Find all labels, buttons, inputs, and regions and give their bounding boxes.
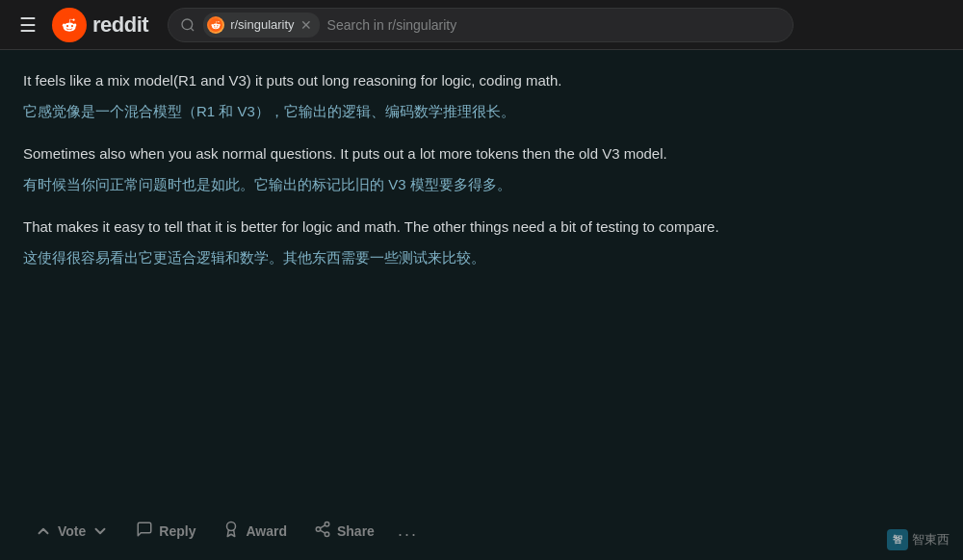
paragraph-1-english: It feels like a mix model(R1 and V3) it … <box>23 69 940 92</box>
svg-point-1 <box>182 19 193 30</box>
downvote-icon <box>91 522 109 540</box>
subreddit-avatar <box>207 16 224 34</box>
share-icon <box>314 521 331 541</box>
reply-label: Reply <box>159 523 195 539</box>
action-bar: Vote Reply Award <box>23 503 940 560</box>
paragraph-3: That makes it easy to tell that it is be… <box>23 216 940 269</box>
reply-icon <box>136 521 153 541</box>
vote-label: Vote <box>58 523 86 539</box>
share-label: Share <box>337 523 375 539</box>
subreddit-name-label: r/singularity <box>230 17 294 32</box>
paragraph-1-chinese: 它感觉像是一个混合模型（R1 和 V3），它输出的逻辑、编码数学推理很长。 <box>23 100 940 123</box>
navbar: ☰ reddit r/singularity ✕ <box>0 0 963 50</box>
paragraph-3-chinese: 这使得很容易看出它更适合逻辑和数学。其他东西需要一些测试来比较。 <box>23 246 940 269</box>
paragraph-2-chinese: 有时候当你问正常问题时也是如此。它输出的标记比旧的 V3 模型要多得多。 <box>23 173 940 196</box>
vote-button[interactable]: Vote <box>23 517 120 546</box>
search-input-placeholder: Search in r/singularity <box>327 17 782 33</box>
watermark-logo-icon: 智 <box>887 529 908 550</box>
hamburger-menu-icon[interactable]: ☰ <box>15 10 40 40</box>
search-bar[interactable]: r/singularity ✕ Search in r/singularity <box>168 8 794 42</box>
paragraph-2-english: Sometimes also when you ask normal quest… <box>23 142 940 165</box>
paragraph-1: It feels like a mix model(R1 and V3) it … <box>23 69 940 123</box>
reddit-logo[interactable]: reddit <box>52 8 148 42</box>
remove-subreddit-filter-button[interactable]: ✕ <box>300 17 312 33</box>
more-options-button[interactable]: ... <box>390 515 426 547</box>
post-body: It feels like a mix model(R1 and V3) it … <box>23 69 940 503</box>
upvote-icon <box>35 522 52 540</box>
reddit-logo-text: reddit <box>92 13 148 38</box>
award-icon <box>222 521 240 541</box>
paragraph-2: Sometimes also when you ask normal quest… <box>23 142 940 196</box>
watermark-label: 智東西 <box>912 531 950 548</box>
main-content: It feels like a mix model(R1 and V3) it … <box>0 50 963 560</box>
subreddit-filter-pill[interactable]: r/singularity ✕ <box>203 13 319 38</box>
search-icon <box>180 17 195 33</box>
paragraph-3-english: That makes it easy to tell that it is be… <box>23 216 940 239</box>
share-button[interactable]: Share <box>302 515 386 547</box>
reddit-icon <box>52 8 87 42</box>
award-label: Award <box>246 523 287 539</box>
more-options-icon: ... <box>398 521 418 540</box>
svg-line-8 <box>320 525 325 528</box>
watermark-logo-text: 智 <box>893 533 902 547</box>
award-button[interactable]: Award <box>211 515 299 547</box>
reply-button[interactable]: Reply <box>124 515 207 547</box>
watermark: 智 智東西 <box>887 529 950 550</box>
svg-line-7 <box>320 530 325 533</box>
